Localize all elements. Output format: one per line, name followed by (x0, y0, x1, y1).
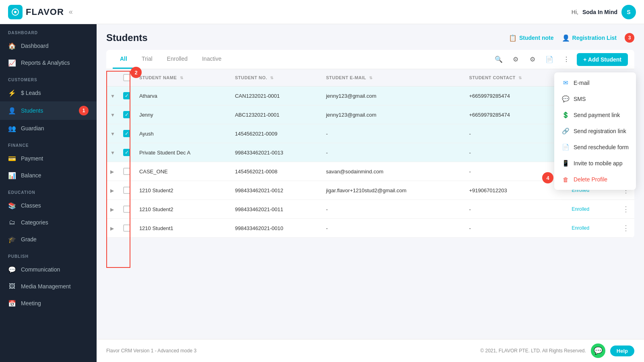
student-email: - (322, 124, 465, 143)
expand-button[interactable]: ▼ (110, 131, 115, 137)
sidebar-label-students: Students (21, 107, 43, 114)
greeting-text: Hi, (572, 9, 578, 15)
dropdown-label-registration-link: Send registration link (574, 128, 626, 134)
dropdown-item-sms[interactable]: 💬SMS (554, 91, 636, 107)
filter-icon-btn[interactable]: ⚙ (509, 53, 522, 66)
search-icon-btn[interactable]: 🔍 (492, 53, 505, 66)
dropdown-item-registration-link[interactable]: 🔗Send registration link (554, 123, 636, 139)
sidebar-item-balance[interactable]: 📊Balance (0, 167, 97, 184)
action-dropdown-menu: ✉E-mail💬SMS💲Send payment link🔗Send regis… (554, 72, 636, 190)
dashboard-icon: 🏠 (8, 42, 16, 50)
dropdown-item-reschedule[interactable]: 📄Send reschedule form (554, 139, 636, 155)
th-email: STUDENT E-MAIL ⇅ (322, 69, 465, 86)
row-checkbox-6[interactable] (123, 206, 130, 213)
help-button[interactable]: Help (610, 346, 634, 356)
row-checkbox-2[interactable]: ✓ (123, 130, 130, 137)
student-email: - (322, 143, 465, 162)
dropdown-item-delete[interactable]: 🗑Delete Profile (554, 171, 636, 187)
row-checkbox-1[interactable]: ✓ (123, 111, 130, 118)
mobile-app-icon: 📱 (561, 159, 570, 167)
expand-button[interactable]: ▶ (110, 226, 114, 231)
note-icon: 📋 (509, 34, 517, 42)
sidebar-item-categories[interactable]: 🗂Categories (0, 214, 97, 231)
classes-icon: 📚 (8, 202, 16, 210)
sidebar-item-dashboard[interactable]: 🏠Dashboard (0, 37, 97, 54)
checkbox-cell (119, 200, 135, 219)
topbar-right: Hi, Soda In Mind S (572, 5, 636, 19)
dropdown-item-email[interactable]: ✉E-mail (554, 75, 636, 91)
tab-enrolled[interactable]: Enrolled (160, 50, 195, 69)
dropdown-label-mobile-app: Invite to mobile app (574, 160, 622, 167)
student-note-link[interactable]: 📋 Student note (509, 34, 554, 42)
sidebar-item-grade[interactable]: 🎓Grade (0, 231, 97, 248)
tab-all[interactable]: All (113, 50, 134, 69)
row-checkbox-7[interactable] (123, 224, 130, 232)
payment-link-icon: 💲 (561, 111, 570, 119)
payment-icon: 💳 (8, 154, 16, 162)
whatsapp-button[interactable]: 💬 (591, 343, 605, 358)
row-checkbox-0[interactable]: ✓ (123, 92, 130, 99)
categories-icon: 🗂 (8, 218, 16, 226)
student-contact: +919067012203 (465, 181, 564, 200)
row-checkbox-3[interactable]: ✓ (123, 149, 130, 156)
student-name: 1210 Student2 (135, 181, 231, 200)
student-contact: +6659979285474 (465, 105, 564, 124)
reports-icon: 📈 (8, 59, 16, 67)
expand-button[interactable]: ▶ (110, 188, 114, 193)
student-number: 1454562021-0009 (231, 124, 322, 143)
settings-icon-btn[interactable]: ⚙ (526, 53, 539, 66)
student-contact: - (465, 219, 564, 238)
reschedule-icon: 📄 (561, 143, 570, 151)
expand-button[interactable]: ▼ (110, 93, 115, 99)
sidebar-item-leads[interactable]: ⚡$ Leads (0, 84, 97, 101)
th-expand (106, 69, 119, 86)
student-number: ABC1232021-0001 (231, 105, 322, 124)
tab-trial[interactable]: Trial (134, 50, 160, 69)
action-cell: ⋮ (618, 219, 634, 238)
checkbox-cell (119, 162, 135, 181)
more-icon-btn[interactable]: ⋮ (560, 53, 573, 66)
expand-button[interactable]: ▶ (110, 169, 114, 175)
student-email: - (322, 219, 465, 238)
expand-button[interactable]: ▼ (110, 112, 115, 118)
page-header: Students 📋 Student note 👤 Registration L… (106, 32, 634, 43)
sidebar-item-payment[interactable]: 💳Payment (0, 150, 97, 167)
row-action-button[interactable]: ⋮ (622, 224, 630, 232)
sidebar-item-students[interactable]: 👤Students1 (0, 101, 97, 120)
registration-list-link[interactable]: 👤 Registration List (562, 34, 617, 42)
student-email: - (322, 200, 465, 219)
expand-button[interactable]: ▶ (110, 207, 114, 212)
user-avatar[interactable]: S (621, 5, 636, 19)
row-checkbox-4[interactable] (123, 168, 130, 175)
annotation-badge-4: 4 (542, 172, 553, 183)
topbar: FLAVOR « Hi, Soda In Mind S (0, 0, 644, 24)
dropdown-label-delete: Delete Profile (574, 176, 607, 183)
footer-right: © 2021, FLAVOR PTE. LTD. All Rights Rese… (480, 343, 634, 358)
row-action-button[interactable]: ⋮ (622, 205, 630, 213)
row-checkbox-5[interactable] (123, 187, 130, 194)
student-number: 998433462021-0011 (231, 200, 322, 219)
sidebar-label-categories: Categories (21, 219, 48, 226)
add-student-button[interactable]: + Add Student (577, 53, 628, 66)
tab-inactive[interactable]: Inactive (195, 50, 229, 69)
expand-button[interactable]: ▼ (110, 150, 115, 156)
sidebar-item-communication[interactable]: 💬Communication (0, 261, 97, 278)
dropdown-item-payment-link[interactable]: 💲Send payment link (554, 107, 636, 123)
student-contact: - (465, 124, 564, 143)
student-status: Enrolled (564, 219, 618, 238)
sidebar-item-guardian[interactable]: 👥Guardian (0, 120, 97, 137)
sidebar-item-reports[interactable]: 📈Reports & Analytics (0, 54, 97, 71)
dropdown-item-mobile-app[interactable]: 📱Invite to mobile app (554, 155, 636, 171)
collapse-button[interactable]: « (69, 8, 73, 16)
student-contact: - (465, 200, 564, 219)
username-text: Soda In Mind (582, 9, 617, 15)
export-icon-btn[interactable]: 📄 (543, 53, 556, 66)
sidebar-item-media[interactable]: 🖼Media Management (0, 278, 97, 295)
communication-icon: 💬 (8, 265, 16, 274)
select-all-checkbox[interactable] (123, 74, 130, 81)
sidebar-item-meeting[interactable]: 📅Meeting (0, 295, 97, 312)
expand-cell: ▼ (106, 105, 119, 124)
sidebar-item-classes[interactable]: 📚Classes (0, 197, 97, 214)
layout: DASHBOARD🏠Dashboard📈Reports & AnalyticsC… (0, 24, 644, 362)
sidebar-label-dashboard: Dashboard (21, 43, 49, 49)
